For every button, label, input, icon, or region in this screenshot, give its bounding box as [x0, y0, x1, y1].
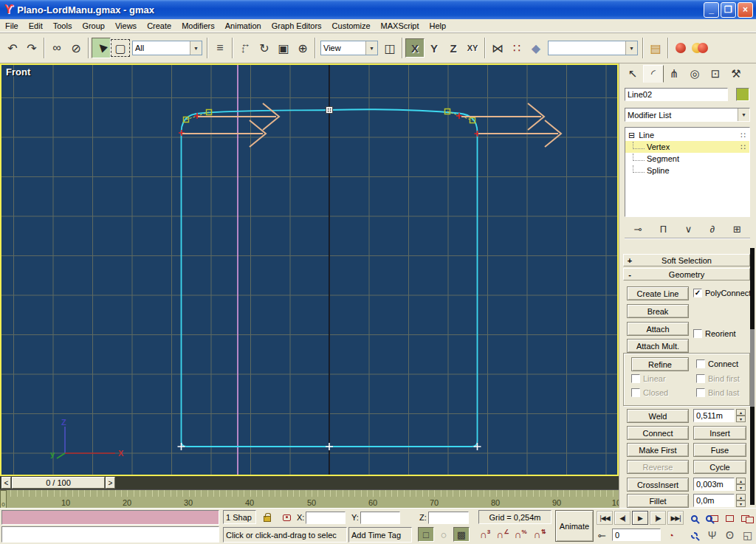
rollout-soft-selection[interactable]: + Soft Selection — [623, 254, 750, 266]
degradation-override-icon[interactable]: □ — [418, 527, 434, 542]
zoom-button[interactable] — [687, 511, 702, 526]
go-to-end-button[interactable]: ▶▶| — [667, 511, 684, 525]
y-coord-field[interactable] — [360, 512, 400, 524]
go-to-start-button[interactable]: |◀◀ — [597, 511, 613, 525]
spinner-up-icon[interactable]: ▴ — [736, 494, 746, 500]
chevron-down-icon[interactable]: ▼ — [190, 41, 202, 55]
menu-animation[interactable]: Animation — [220, 20, 267, 32]
menu-group[interactable]: Group — [77, 20, 110, 32]
connect-checkbox[interactable]: Connect — [696, 359, 738, 368]
object-name-field[interactable] — [625, 88, 728, 101]
selection-lock-button[interactable] — [259, 510, 275, 525]
chevron-down-icon[interactable]: ▼ — [625, 41, 637, 55]
stack-row-spline[interactable]: Spline — [625, 165, 749, 176]
chevron-down-icon[interactable]: ▼ — [738, 109, 749, 121]
stack-row-line[interactable]: ⊟ Line ∷ — [625, 129, 749, 141]
select-and-move-icon[interactable]: ↔↕ — [236, 38, 255, 58]
attach-button[interactable]: Attach — [627, 322, 689, 336]
spinner-down-icon[interactable]: ▾ — [736, 500, 746, 507]
use-pivot-center-icon[interactable]: ◫ — [380, 38, 399, 58]
vertex-marker[interactable] — [474, 443, 481, 450]
render-icon[interactable] — [690, 38, 709, 58]
maxscript-listener-pink[interactable] — [1, 510, 219, 525]
connect-button[interactable]: Connect — [627, 426, 689, 440]
make-first-button[interactable]: Make First — [627, 443, 689, 457]
collapse-icon[interactable]: ⊟ — [628, 131, 635, 140]
crossinsert-button[interactable]: CrossInsert — [627, 478, 689, 492]
fuse-button[interactable]: Fuse — [693, 443, 746, 457]
menu-help[interactable]: Help — [425, 20, 452, 32]
current-frame-marker[interactable]: 0 — [0, 490, 7, 508]
key-mode-button[interactable]: ⊸ — [594, 528, 610, 543]
frame-prev-button[interactable]: < — [1, 477, 11, 489]
crossinsert-field[interactable] — [693, 478, 735, 491]
spinner-snap-icon[interactable]: ∩⇅ — [532, 527, 548, 542]
mirror-icon[interactable]: ⋈ — [488, 38, 507, 58]
tab-create-icon[interactable]: ↖ — [622, 65, 643, 83]
restrict-xy-button[interactable]: XY — [463, 38, 482, 58]
insert-button[interactable]: Insert — [693, 426, 746, 440]
rollout-expand-icon[interactable]: + — [624, 256, 636, 265]
next-frame-button[interactable]: |▶ — [650, 511, 666, 525]
close-button[interactable]: × — [738, 2, 753, 18]
menu-graph-editors[interactable]: Graph Editors — [267, 20, 327, 32]
crossinsert-spinner[interactable]: ▴ ▾ — [736, 478, 746, 491]
x-coord-field[interactable] — [306, 512, 346, 524]
title-bar[interactable]: ϒ Plano-LordManu.gmax - gmax _ ❐ × — [0, 0, 756, 19]
snap-3d-icon[interactable]: ∩3 — [477, 527, 493, 542]
minimize-button[interactable]: _ — [704, 2, 719, 18]
frame-next-button[interactable]: > — [106, 477, 115, 489]
vertex-marker[interactable] — [326, 443, 333, 450]
redo-icon[interactable]: ↷ — [22, 38, 41, 58]
tab-motion-icon[interactable]: ◎ — [684, 65, 705, 83]
dotted-circle-icon[interactable]: ◌ — [436, 527, 452, 542]
time-slider[interactable]: 0 / 100 — [12, 477, 105, 489]
attach-mult-button[interactable]: Attach Mult. — [627, 339, 689, 353]
chevron-down-icon[interactable]: ▼ — [365, 41, 377, 55]
checker-toggle-icon[interactable]: ▩ — [453, 527, 470, 542]
stack-row-segment[interactable]: Segment — [625, 153, 749, 165]
polyconnect-checkbox[interactable]: ✓ PolyConnect — [693, 289, 751, 297]
maxscript-listener-white[interactable] — [1, 526, 219, 543]
selection-filter-dropdown[interactable]: All ▼ — [132, 41, 202, 55]
pan-button[interactable]: Ψ — [704, 528, 720, 543]
select-by-name-icon[interactable]: ≡ — [210, 38, 230, 58]
configure-modifier-sets-icon[interactable]: ⊞ — [733, 224, 741, 235]
spinner-up-icon[interactable]: ▴ — [736, 409, 746, 416]
array-icon[interactable]: ∷ — [507, 38, 526, 58]
tab-utilities-icon[interactable]: ⚒ — [726, 65, 746, 83]
spinner-down-icon[interactable]: ▾ — [736, 484, 746, 491]
menu-tools[interactable]: Tools — [48, 20, 78, 32]
object-color-swatch[interactable] — [736, 88, 749, 101]
add-time-tag[interactable]: Add Time Tag — [348, 527, 412, 543]
undo-icon[interactable]: ↶ — [3, 38, 22, 58]
z-coord-field[interactable] — [428, 512, 469, 524]
reference-coordinate-dropdown[interactable]: View ▼ — [320, 41, 378, 55]
rollout-geometry[interactable]: - Geometry — [623, 268, 750, 280]
play-button[interactable]: ▶ — [632, 511, 648, 525]
angle-snap-icon[interactable]: ∩∠ — [495, 527, 511, 542]
tab-display-icon[interactable]: ⊡ — [705, 65, 726, 83]
weld-spinner[interactable]: ▴ ▾ — [736, 409, 746, 422]
scrollbar-thumb[interactable] — [750, 329, 755, 407]
zoom-extents-button[interactable] — [722, 511, 738, 526]
arc-rotate-button[interactable]: ʘ — [722, 528, 738, 543]
pin-stack-icon[interactable]: ⊸ — [633, 224, 642, 235]
first-vertex-marker[interactable] — [326, 107, 333, 114]
min-max-toggle-button[interactable]: ◱ — [740, 528, 755, 543]
tab-hierarchy-icon[interactable]: ⋔ — [664, 65, 684, 83]
previous-frame-button[interactable]: ◀| — [614, 511, 630, 525]
unlink-selection-icon[interactable]: ⊘ — [66, 38, 86, 58]
menu-modifiers[interactable]: Modifiers — [176, 20, 220, 32]
track-bar[interactable]: 10 20 30 40 50 60 70 80 90 100 0 — [0, 489, 619, 508]
menu-file[interactable]: File — [0, 20, 24, 32]
spinner-up-icon[interactable]: ▴ — [736, 478, 746, 484]
select-and-rotate-icon[interactable]: ↻ — [255, 38, 274, 58]
selection-sets-icon[interactable]: ▤ — [646, 38, 665, 58]
material-editor-icon[interactable] — [671, 38, 690, 58]
tab-modify-icon[interactable]: ◜ — [643, 65, 664, 83]
zoom-all-button[interactable] — [704, 511, 720, 526]
weld-button[interactable]: Weld — [627, 409, 689, 423]
cycle-button[interactable]: Cycle — [693, 460, 746, 474]
show-end-result-icon[interactable]: Π — [660, 224, 667, 235]
